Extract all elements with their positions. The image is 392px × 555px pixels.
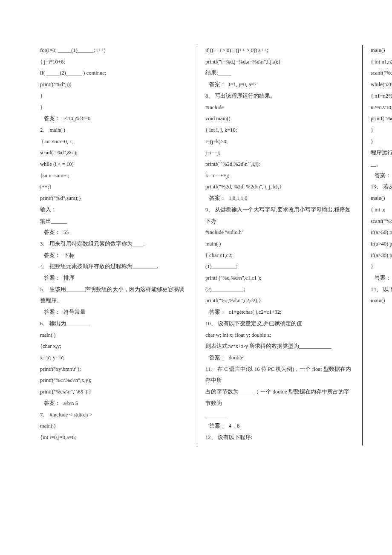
text-line: 程序运行后，如果从键盘上输入 1298；则输出结果为_________。 bbox=[371, 147, 392, 170]
text-line: { int sum=0, i ; bbox=[40, 136, 188, 147]
text-line: {sum=sum+i; bbox=[40, 170, 188, 182]
text-line: 5、 应该用_______声明数组的大小，因为这样能够更容易调整程序。 bbox=[40, 284, 188, 306]
text-line: 答案： double bbox=[205, 352, 354, 364]
text-line: 答案： a\b\n 5 bbox=[40, 398, 188, 409]
text-line: x='a'; y='b'; bbox=[40, 352, 188, 364]
text-line: main( ) bbox=[40, 330, 188, 341]
text-line: 3、 用来引用特定数组元素的数字称为____. bbox=[40, 238, 188, 250]
text-line: } bbox=[371, 124, 392, 136]
text-line: { int i, j, k=10; bbox=[205, 124, 354, 136]
text-line: if(a>50) printf("%d",a); bbox=[371, 227, 392, 238]
text-line: 答案： 55 bbox=[40, 227, 188, 238]
text-line: 答案： 1,0,1,1,0 bbox=[205, 193, 354, 204]
text-line: 答案： i<10,j%3!=0 bbox=[40, 113, 188, 124]
text-line: 8、 写出该程序运行的结果。 bbox=[205, 90, 354, 102]
text-line: { j=i*10+6; bbox=[40, 56, 188, 68]
text-line: 答案： I=1, j=0, a=7 bbox=[205, 79, 354, 90]
text-line: while (i < = 10) bbox=[40, 159, 188, 170]
text-line: main( ) bbox=[205, 238, 354, 250]
text-line: for(i=0; _____(1)______; i++) bbox=[40, 45, 188, 56]
text-line: 答案： 8921 bbox=[371, 170, 392, 182]
text-line: 结果:_____ bbox=[205, 67, 354, 79]
text-line: i=(j=k)>0; bbox=[205, 136, 354, 147]
text-line: 2、 main( ) bbox=[40, 124, 188, 136]
text-line: {int i=0,j=0,a=6; bbox=[40, 432, 188, 443]
text-line: n2=n2/10; bbox=[371, 102, 392, 113]
text-line: scanf("%d",&n2); bbox=[371, 67, 392, 79]
text-line: 11、 在 C 语言中(以 16 位 PC 机为例)，一个 float 型数据在… bbox=[205, 364, 354, 386]
text-line: (2)____________; bbox=[205, 284, 354, 295]
text-line: printf("%c\\%c\\n",x,y); bbox=[40, 375, 188, 386]
text-line: {char x,y; bbox=[40, 341, 188, 352]
text-line: printf(``%2d,%2d\n``,i,j); bbox=[205, 159, 354, 170]
text-line: 占的字节数为______；一个 double 型数据在内存中所占的字节数为 bbox=[205, 386, 354, 409]
text-line: i++;} bbox=[40, 181, 188, 193]
text-line: printf("%2d, %2d, %2d\n", i, j, k);} bbox=[205, 181, 354, 193]
text-line: } bbox=[371, 261, 392, 272]
text-line: } bbox=[371, 136, 392, 147]
text-line: (1)_________; bbox=[205, 261, 354, 272]
text-line: char w; int x; float y; double z; bbox=[205, 330, 354, 341]
text-line: 7、 #include < stdio.h > bbox=[40, 409, 188, 421]
text-line: { n1=n2%10; bbox=[371, 90, 392, 102]
text-line: printf("%d",sum);} bbox=[40, 193, 188, 204]
text-line: main( ) bbox=[40, 420, 188, 432]
text-line: if( _____(2)______ ) continue; bbox=[40, 67, 188, 79]
text-line: scanf("%d",&a); bbox=[371, 216, 392, 227]
text-line: } bbox=[40, 102, 188, 113]
text-line: 答案： 4，8 bbox=[205, 420, 354, 432]
text-line: main() bbox=[371, 295, 392, 306]
text-line: 答案： 符号常量 bbox=[40, 306, 188, 318]
text-line: if ((++i > 0) || (j++ > 0)) a++; bbox=[205, 45, 354, 56]
text-line: main() bbox=[371, 45, 392, 56]
text-line: 14、 以下程序的输出结果是______________。 bbox=[371, 284, 392, 295]
text-line: printf ("%c,%d\n",c1,c1 ); bbox=[205, 272, 354, 284]
text-line: if(a>30) printf("%d",a); bbox=[371, 250, 392, 261]
text-line: printf("%d",n1); bbox=[371, 113, 392, 124]
text-line: if(a>40) printf("%d",a); bbox=[371, 238, 392, 250]
text-line: 答案： 排序 bbox=[40, 272, 188, 284]
text-line: { int n1,n2; bbox=[371, 56, 392, 68]
text-line: 答案： 585858 bbox=[371, 272, 392, 284]
text-line: printf("%d",j); bbox=[40, 79, 188, 90]
text-line: ________ bbox=[205, 409, 354, 421]
text-line: 4、 把数组元素按顺序存放的过程称为_________. bbox=[40, 261, 188, 272]
text-line: 则表达式:w*x+z-y 所求得的数据类型为____________ bbox=[205, 341, 354, 352]
document-page: for(i=0; _____(1)______; i++){ j=i*10+6;… bbox=[0, 0, 392, 471]
text-line: #include bbox=[205, 102, 354, 113]
text-line: j=i==j; bbox=[205, 147, 354, 159]
text-line: 答案： c1=getchar( ),c2=c1+32; bbox=[205, 306, 354, 318]
text-line: 13、 若从键盘输入 58,则以下程序输出的结果是 ________ 。 bbox=[371, 181, 392, 193]
text-line: 答案： 下标 bbox=[40, 250, 188, 261]
text-line: 12、 设有以下程序: bbox=[205, 432, 354, 443]
text-line: 10、 设有以下变量定义,并已赋确定的值 bbox=[205, 318, 354, 330]
text-line: 6、 输出为_________ bbox=[40, 318, 188, 330]
text-line: k=!i==++j; bbox=[205, 170, 354, 182]
text-line: scanf( "%d",&i ); bbox=[40, 147, 188, 159]
text-line: printf("xy\bmn\r"); bbox=[40, 364, 188, 375]
text-line: { char c1,c2; bbox=[205, 250, 354, 261]
text-line: printf("%c,%d\n",c2,c2);} bbox=[205, 295, 354, 306]
text-line: printf("i=%d,j=%d,a=%d\n",i,j,a);} bbox=[205, 56, 354, 68]
text-line: 输入 1 bbox=[40, 204, 188, 216]
text-line: main() bbox=[371, 193, 392, 204]
text-line: { int a; bbox=[371, 204, 392, 216]
text-line: #include "stdio.h" bbox=[205, 227, 354, 238]
text-line: } bbox=[40, 90, 188, 102]
text-line: printf("%c\a\n",' \65 ');} bbox=[40, 386, 188, 398]
text-line: 输出______ bbox=[40, 216, 188, 227]
text-line: void main() bbox=[205, 113, 354, 124]
text-line: while(n2!=0) bbox=[371, 79, 392, 90]
text-line: 9、 从键盘输入一个大写字母,要求改用小写字母输出,程序如下办 bbox=[205, 204, 354, 227]
